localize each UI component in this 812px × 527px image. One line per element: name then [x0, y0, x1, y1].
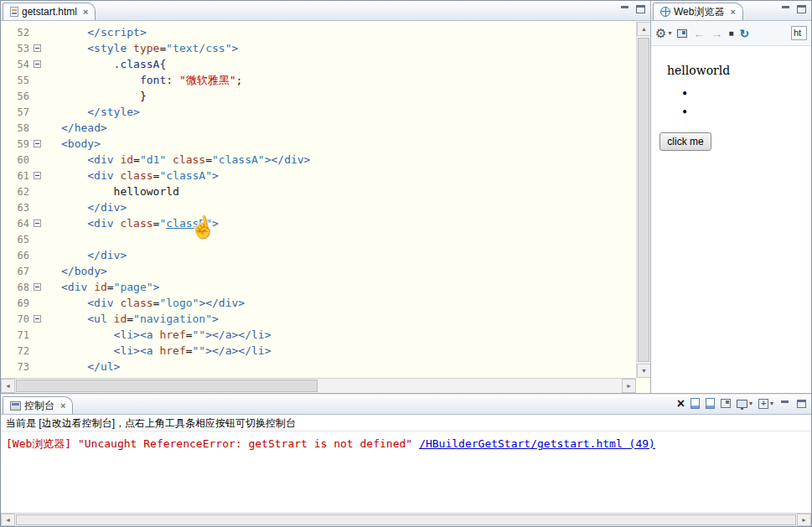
- maximize-icon[interactable]: [796, 4, 807, 14]
- minimize-icon[interactable]: [780, 4, 791, 14]
- ide-window: getstart.html 52</script>53<style type="…: [0, 0, 812, 527]
- editor-tabbar: getstart.html: [1, 1, 650, 21]
- code-text: <div id="d1" class="classA"></div>: [61, 152, 310, 168]
- tab-getstart-html[interactable]: getstart.html: [3, 3, 96, 20]
- pin-console-icon[interactable]: [706, 398, 715, 409]
- maximize-icon[interactable]: [796, 399, 807, 409]
- code-line[interactable]: 55font: "微软雅黑";: [1, 72, 636, 88]
- stop-icon[interactable]: [728, 29, 733, 38]
- horizontal-scrollbar-thumb[interactable]: [16, 380, 318, 392]
- code-line[interactable]: 67</body>: [1, 263, 636, 279]
- scroll-lock-icon[interactable]: [690, 398, 700, 409]
- fold-marker[interactable]: [29, 44, 44, 52]
- url-input[interactable]: ht: [791, 26, 807, 40]
- vertical-scrollbar-thumb[interactable]: [638, 38, 649, 362]
- code-line[interactable]: 73</ul>: [1, 359, 636, 375]
- scroll-right-icon[interactable]: [797, 514, 811, 526]
- line-number: 52: [1, 27, 29, 39]
- code-editor[interactable]: 52</script>53<style type="text/css">54.c…: [1, 22, 650, 378]
- code-line[interactable]: 60<div id="d1" class="classA"></div>: [1, 152, 636, 168]
- settings-gear-icon[interactable]: [655, 27, 666, 39]
- code-line[interactable]: 56}: [1, 88, 636, 104]
- code-line[interactable]: 58</head>: [1, 120, 636, 136]
- open-console-icon[interactable]: [758, 399, 768, 409]
- line-number: 64: [1, 218, 29, 230]
- minimize-icon[interactable]: [779, 399, 790, 409]
- code-line[interactable]: 57</style>: [1, 104, 636, 120]
- fold-marker[interactable]: [29, 60, 44, 68]
- editor-window-buttons: [619, 4, 646, 14]
- fold-marker[interactable]: [29, 220, 44, 227]
- show-view-icon[interactable]: [721, 399, 731, 408]
- line-number: 71: [1, 329, 29, 341]
- gear-dropdown-icon[interactable]: [668, 30, 671, 37]
- browser-list: [659, 87, 811, 124]
- scroll-down-icon[interactable]: [637, 364, 650, 378]
- console-error-link[interactable]: /HBuilderGetStart/getstart.html (49): [419, 437, 655, 450]
- display-console-dropdown-icon[interactable]: [749, 400, 753, 407]
- code-text: <div class="logo"></div>: [61, 295, 245, 311]
- code-line[interactable]: 71<li><a href=""></a></li>: [1, 327, 636, 343]
- close-tab-icon[interactable]: [730, 8, 735, 17]
- close-tab-icon[interactable]: [60, 401, 65, 411]
- console-icon: [10, 401, 21, 411]
- line-number: 69: [1, 297, 29, 309]
- browser-preview: helloworld click me: [651, 47, 811, 393]
- code-line[interactable]: 59<body>: [1, 136, 636, 152]
- tab-console[interactable]: 控制台: [3, 396, 73, 414]
- code-line[interactable]: 61<div class="classA">: [1, 168, 636, 183]
- console-horizontal-scrollbar[interactable]: [1, 513, 811, 526]
- minimize-icon[interactable]: [619, 4, 630, 14]
- scroll-left-icon[interactable]: [1, 379, 15, 393]
- code-line[interactable]: 69<div class="logo"></div>: [1, 295, 636, 311]
- code-line[interactable]: 54.classA{: [1, 56, 636, 72]
- code-line[interactable]: 70<ul id="navigation">: [1, 311, 636, 327]
- line-number: 62: [1, 186, 29, 198]
- open-external-browser-icon[interactable]: [677, 29, 687, 38]
- tab-web-browser[interactable]: Web浏览器: [653, 3, 743, 20]
- scroll-left-icon[interactable]: [1, 514, 15, 526]
- editor-panel: getstart.html 52</script>53<style type="…: [1, 1, 651, 394]
- clear-console-icon[interactable]: [677, 398, 685, 409]
- editor-horizontal-scrollbar[interactable]: [1, 378, 636, 393]
- code-line[interactable]: 66</div>: [1, 247, 636, 263]
- list-bullet: [659, 87, 811, 106]
- scroll-up-icon[interactable]: [637, 22, 650, 36]
- display-console-icon[interactable]: [737, 400, 747, 408]
- code-line[interactable]: 72<li><a href=""></a></li>: [1, 343, 636, 359]
- fold-marker[interactable]: [29, 283, 44, 291]
- line-number: 58: [1, 122, 29, 134]
- tab-title: getstart.html: [22, 6, 77, 18]
- editor-vertical-scrollbar[interactable]: [636, 22, 650, 378]
- back-icon[interactable]: [693, 28, 705, 39]
- code-line[interactable]: 65: [1, 231, 636, 247]
- code-line[interactable]: 53<style type="text/css">: [1, 40, 636, 56]
- code-line[interactable]: 63</div>: [1, 199, 636, 215]
- maximize-icon[interactable]: [635, 4, 646, 14]
- fold-marker[interactable]: [29, 172, 44, 179]
- scroll-right-icon[interactable]: [622, 379, 636, 393]
- code-line[interactable]: 62helloworld: [1, 183, 636, 199]
- code-line[interactable]: 64<div class="classB">: [1, 215, 636, 231]
- refresh-icon[interactable]: [740, 28, 750, 39]
- code-text: </body>: [61, 263, 107, 279]
- code-line[interactable]: 68<div id="page">: [1, 279, 636, 295]
- forward-icon[interactable]: [711, 28, 722, 39]
- line-number: 67: [1, 266, 29, 277]
- line-number: 65: [1, 234, 29, 245]
- console-info-line: 当前是 [边改边看控制台]，点右上角工具条相应按钮可切换控制台: [1, 415, 811, 431]
- close-tab-icon[interactable]: [83, 8, 88, 17]
- code-line[interactable]: 52</script>: [1, 24, 636, 40]
- fold-marker[interactable]: [29, 315, 44, 323]
- fold-marker[interactable]: [29, 140, 44, 147]
- console-error-text: [Web浏览器] "Uncaught ReferenceError: getSt…: [6, 437, 412, 450]
- code-text: <div class="classA">: [61, 168, 219, 183]
- browser-window-buttons: [780, 4, 807, 14]
- console-output: [Web浏览器] "Uncaught ReferenceError: getSt…: [1, 432, 811, 513]
- open-console-dropdown-icon[interactable]: [770, 400, 773, 407]
- code-text: <ul id="navigation">: [61, 311, 219, 327]
- click-me-button[interactable]: click me: [659, 132, 711, 151]
- code-text: <style type="text/css">: [61, 40, 238, 56]
- horizontal-scrollbar-thumb[interactable]: [16, 514, 796, 525]
- code-text: font: "微软雅黑";: [61, 72, 242, 88]
